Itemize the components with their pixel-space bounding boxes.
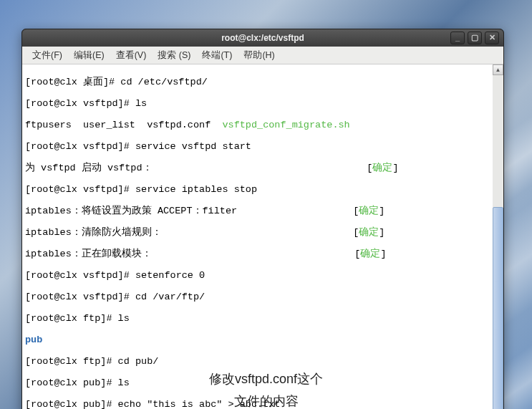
output-line: iptables：将链设置为政策 ACCEPT：filter [确定] [25, 206, 490, 216]
output-line: iptables：正在卸载模块： [确定] [25, 249, 490, 259]
menubar: 文件(F) 编辑(E) 查看(V) 搜索 (S) 终端(T) 帮助(H) [22, 47, 503, 64]
maximize-button[interactable]: ▢ [468, 32, 482, 44]
output-line: ftpusers user_list vsftpd.conf vsftpd_co… [25, 120, 490, 130]
output-line: iptables：清除防火墙规则： [确定] [25, 227, 490, 238]
menu-search[interactable]: 搜索 (S) [152, 48, 196, 63]
caption-line-2: 文件的内容 [0, 393, 532, 409]
menu-terminal[interactable]: 终端(T) [196, 48, 238, 63]
menu-file[interactable]: 文件(F) [26, 48, 68, 63]
output-line: [root@clx vsftpd]# service iptables stop [25, 184, 490, 195]
output-line: [root@clx 桌面]# cd /etc/vsftpd/ [25, 77, 490, 87]
output-line: [root@clx vsftpd]# setenforce 0 [25, 270, 490, 281]
output-line: [root@clx ftp]# ls [25, 313, 490, 324]
output-line: [root@clx vsftpd]# ls [25, 98, 490, 109]
terminal-window: root@clx:/etc/vsftpd _ ▢ ✕ 文件(F) 编辑(E) 查… [21, 29, 504, 409]
output-line: [root@clx vsftpd]# cd /var/ftp/ [25, 292, 490, 302]
terminal-output[interactable]: [root@clx 桌面]# cd /etc/vsftpd/ [root@clx… [22, 64, 493, 409]
output-line: [root@clx ftp]# cd pub/ [25, 356, 490, 367]
menu-help[interactable]: 帮助(H) [238, 48, 280, 63]
window-controls: _ ▢ ✕ [450, 32, 499, 44]
output-line: pub [25, 335, 490, 345]
menu-edit[interactable]: 编辑(E) [68, 48, 110, 63]
window-title: root@clx:/etc/vsftpd [221, 33, 304, 43]
output-line: [root@clx vsftpd]# service vsftpd start [25, 141, 490, 152]
close-button[interactable]: ✕ [485, 32, 499, 44]
scroll-track[interactable] [493, 75, 503, 409]
scroll-up-button[interactable]: ▲ [493, 64, 503, 75]
minimize-button[interactable]: _ [450, 32, 465, 44]
terminal-area: [root@clx 桌面]# cd /etc/vsftpd/ [root@clx… [22, 64, 503, 409]
scrollbar[interactable]: ▲ ▼ [493, 64, 503, 409]
output-line: 为 vsftpd 启动 vsftpd： [确定] [25, 163, 490, 173]
titlebar[interactable]: root@clx:/etc/vsftpd _ ▢ ✕ [22, 29, 503, 47]
menu-view[interactable]: 查看(V) [110, 48, 153, 63]
caption-line-1: 修改vsftpd.conf这个 [0, 370, 532, 388]
